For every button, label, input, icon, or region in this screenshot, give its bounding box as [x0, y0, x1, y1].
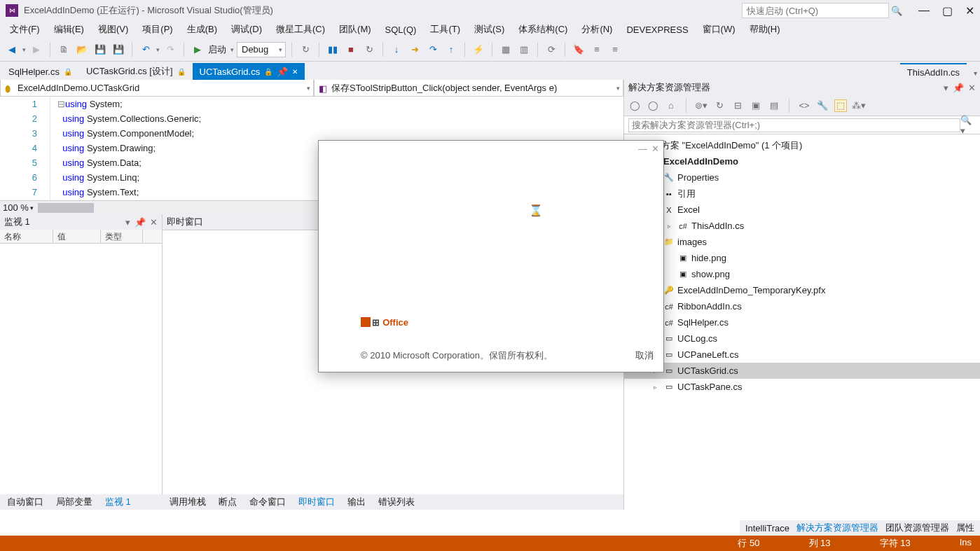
- intellitrace-icon[interactable]: ⚡: [471, 42, 486, 57]
- minimize-button[interactable]: —: [918, 4, 930, 18]
- tree-item[interactable]: ▭UCLog.cs: [624, 330, 980, 347]
- document-tab[interactable]: UCTaskGrid.cs🔒📌✕: [193, 63, 305, 80]
- panel-tab[interactable]: IntelliTrace: [745, 523, 789, 533]
- grid-icon[interactable]: ▦: [498, 42, 513, 57]
- tree-item[interactable]: ⊡决方案 "ExcelAddInDemo" (1 个项目): [624, 137, 980, 153]
- document-tab[interactable]: SqlHelper.cs🔒: [1, 63, 79, 80]
- document-tab[interactable]: UCTaskGrid.cs [设计]🔒: [79, 63, 193, 80]
- tree-item[interactable]: 📁images: [624, 234, 980, 250]
- minimize-icon[interactable]: —: [638, 144, 647, 154]
- pause-icon[interactable]: ▮▮: [325, 42, 340, 57]
- tree-item[interactable]: ▣show.png: [624, 266, 980, 282]
- search-icon[interactable]: 🔍▾: [960, 118, 976, 133]
- solution-tree[interactable]: ⊡决方案 "ExcelAddInDemo" (1 个项目)▿c#ExcelAdd…: [624, 134, 980, 510]
- preview-icon[interactable]: ▤: [768, 99, 780, 112]
- comment-icon[interactable]: ≡: [589, 42, 605, 57]
- tree-item[interactable]: ▹▭UCTaskGrid.cs: [624, 363, 980, 379]
- panel-tab[interactable]: 命令窗口: [247, 494, 289, 510]
- tree-item[interactable]: ▪▪引用: [624, 186, 980, 202]
- panel-tab[interactable]: 解决方案资源管理器: [796, 522, 878, 534]
- sync-doc-icon[interactable]: ⬚: [834, 99, 847, 112]
- close-icon[interactable]: ✕: [150, 217, 158, 228]
- tree-item[interactable]: ▿XExcel: [624, 202, 980, 218]
- cancel-button[interactable]: 取消: [635, 349, 654, 362]
- menu-item[interactable]: 体系结构(C): [513, 22, 573, 37]
- quick-launch-input[interactable]: [742, 3, 889, 18]
- bookmark-icon[interactable]: 🔖: [571, 42, 586, 57]
- restart-icon[interactable]: ↻: [361, 42, 377, 57]
- tab-dropdown-icon[interactable]: ▾: [971, 67, 980, 80]
- panel-tab[interactable]: 属性: [956, 522, 974, 534]
- menu-item[interactable]: 生成(B): [181, 22, 223, 37]
- panel-tab[interactable]: 自动窗口: [4, 494, 46, 510]
- tree-item[interactable]: ▿c#ExcelAddInDemo: [624, 153, 980, 169]
- pin-icon[interactable]: 🔒: [264, 68, 272, 76]
- pin-icon[interactable]: 🔒: [177, 68, 186, 76]
- tree-item[interactable]: ▭UCPaneLeft.cs: [624, 347, 980, 363]
- tree-item[interactable]: 🔧Properties: [624, 169, 980, 186]
- tree-item[interactable]: c#SqlHelper.cs: [624, 314, 980, 330]
- solution-search-input[interactable]: [628, 118, 960, 132]
- code-icon[interactable]: <>: [798, 99, 810, 112]
- tree-item[interactable]: ▣hide.png: [624, 250, 980, 266]
- watch-column-header[interactable]: 名称: [0, 230, 53, 243]
- watch-column-header[interactable]: 类型: [101, 230, 143, 243]
- config-combo[interactable]: Debug: [237, 42, 286, 57]
- menu-item[interactable]: 窗口(W): [697, 22, 741, 37]
- tree-item[interactable]: c#RibbonAddIn.cs: [624, 298, 980, 314]
- member-nav-combo[interactable]: ◧ 保存SToolStripButton_Click(object sender…: [314, 80, 623, 97]
- collapse-icon[interactable]: ⊟: [731, 99, 744, 112]
- panel-menu-icon[interactable]: ▾: [944, 83, 948, 93]
- start-label[interactable]: 启动: [208, 43, 226, 56]
- show-next-icon[interactable]: ➜: [407, 42, 422, 57]
- home-icon[interactable]: ⌂: [665, 99, 677, 112]
- menu-item[interactable]: 工具(T): [425, 22, 466, 37]
- panel-tab[interactable]: 监视 1: [102, 494, 134, 510]
- refresh-icon[interactable]: ⟳: [544, 42, 559, 57]
- sync-icon[interactable]: ⊚▾: [695, 99, 708, 112]
- close-icon[interactable]: ✕: [292, 68, 298, 76]
- menu-item[interactable]: 文件(F): [4, 22, 46, 37]
- back-icon[interactable]: ◯: [628, 99, 641, 112]
- nav-forward-icon[interactable]: ▶: [29, 42, 44, 57]
- menu-item[interactable]: DEVEXPRESS: [621, 23, 693, 36]
- panel-tab[interactable]: 局部变量: [53, 494, 95, 510]
- panel-tab[interactable]: 团队资源管理器: [885, 522, 949, 534]
- pin-icon[interactable]: 🔒: [64, 68, 72, 76]
- pin-icon[interactable]: 📌: [134, 217, 146, 228]
- save-icon[interactable]: 💾: [92, 42, 108, 57]
- step-out-icon[interactable]: ↑: [443, 42, 459, 57]
- menu-item[interactable]: 帮助(H): [744, 22, 786, 37]
- tree-item[interactable]: ▹▭UCTaskPane.cs: [624, 379, 980, 395]
- watch-column-header[interactable]: 值: [53, 230, 101, 243]
- menu-item[interactable]: 团队(M): [333, 22, 377, 37]
- show-all-icon[interactable]: ▣: [750, 99, 762, 112]
- menu-item[interactable]: 编辑(E): [48, 22, 90, 37]
- redo-icon[interactable]: ↷: [163, 42, 178, 57]
- watch-body[interactable]: [0, 244, 162, 494]
- tree-item[interactable]: ▹c#ThisAddIn.cs: [624, 218, 980, 234]
- panel-tab[interactable]: 断点: [216, 494, 240, 510]
- pin-icon[interactable]: 📌: [953, 83, 964, 93]
- search-icon[interactable]: 🔍: [889, 3, 904, 18]
- refresh-icon[interactable]: ↻: [713, 99, 726, 112]
- fwd-icon[interactable]: ◯: [647, 99, 659, 112]
- menu-item[interactable]: 分析(N): [576, 22, 618, 37]
- tree-item[interactable]: 🔑ExcelAddInDemo_TemporaryKey.pfx: [624, 282, 980, 298]
- panel-tab[interactable]: 调用堆栈: [167, 494, 209, 510]
- close-icon[interactable]: ✕: [968, 83, 976, 93]
- undo-icon[interactable]: ↶: [138, 42, 153, 57]
- panel-menu-icon[interactable]: ▾: [125, 217, 130, 228]
- properties-icon[interactable]: 🔧: [816, 99, 829, 112]
- maximize-button[interactable]: ▢: [942, 4, 953, 18]
- step-over-icon[interactable]: ↷: [425, 42, 441, 57]
- menu-item[interactable]: 调试(D): [226, 22, 268, 37]
- browser-link-icon[interactable]: ↻: [298, 42, 313, 57]
- document-tab[interactable]: ThisAddIn.cs: [900, 63, 967, 80]
- menu-item[interactable]: 微星工具(C): [270, 22, 331, 37]
- open-file-icon[interactable]: 📂: [74, 42, 90, 57]
- close-icon[interactable]: ✕: [651, 144, 659, 154]
- new-project-icon[interactable]: 🗎: [56, 42, 71, 57]
- menu-item[interactable]: 项目(P): [137, 22, 178, 37]
- close-button[interactable]: ✕: [965, 4, 974, 18]
